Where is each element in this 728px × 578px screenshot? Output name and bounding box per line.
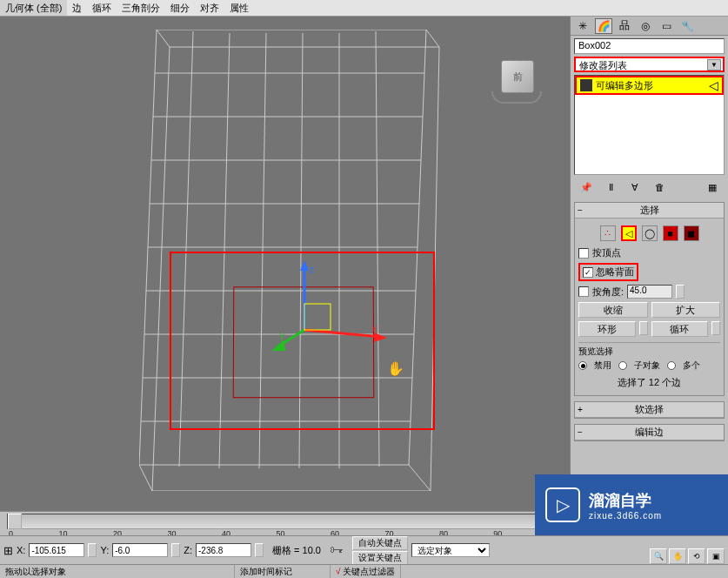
modifier-expand-icon[interactable]: ◁: [709, 78, 718, 92]
preview-off-label: 禁用: [594, 360, 611, 372]
key-target-dropdown[interactable]: 选定对象: [411, 543, 490, 557]
z-spinner[interactable]: [255, 543, 264, 557]
hierarchy-tab-icon[interactable]: 品: [616, 18, 633, 34]
preview-selection-label: 预览选择: [578, 346, 720, 358]
rollout-softsel-title: 软选择: [635, 403, 664, 416]
svg-line-17: [304, 330, 381, 337]
by-vertex-checkbox[interactable]: [578, 248, 589, 259]
rollout-soft-selection-header[interactable]: + 软选择: [575, 402, 724, 418]
modify-tab-icon[interactable]: 🌈: [595, 18, 612, 34]
viewport[interactable]: z x y ✋ 前: [0, 17, 570, 511]
selection-status: 选择了 12 个边: [578, 373, 720, 392]
rollout-selection: − 选择 ∴ ◁ ◯ ■ ◼ 按顶点 ✓ 忽略背面: [574, 202, 725, 396]
subobject-level-row: ∴ ◁ ◯ ■ ◼: [578, 222, 720, 245]
svg-line-5: [376, 31, 379, 467]
loop-spinner[interactable]: [711, 321, 720, 335]
menu-align[interactable]: 对齐: [195, 0, 224, 16]
z-coord-input[interactable]: [196, 543, 251, 557]
key-filters-label[interactable]: √ 关键点过滤器: [331, 565, 401, 578]
edge-level-button[interactable]: ◁: [621, 225, 637, 241]
command-panel-tabs: ✳ 🌈 品 ◎ ▭ 🔧: [571, 17, 728, 36]
svg-line-0: [179, 31, 193, 467]
menu-edge[interactable]: 边: [67, 0, 87, 16]
ignore-backfacing-checkbox[interactable]: ✓: [583, 267, 593, 278]
watermark-url: zixue.3d66.com: [589, 511, 662, 521]
object-name-field[interactable]: Box002: [574, 38, 725, 54]
svg-text:y: y: [280, 331, 284, 340]
menu-loop[interactable]: 循环: [87, 0, 117, 16]
viewcube-face-label: 前: [513, 71, 523, 84]
timeline-slider[interactable]: [8, 514, 22, 529]
key-lock-icon[interactable]: 🗝: [330, 542, 344, 558]
remove-modifier-icon[interactable]: 🗑: [651, 179, 668, 195]
angle-spinner-buttons[interactable]: [676, 285, 685, 299]
angle-spinner[interactable]: 45.0: [627, 285, 672, 299]
auto-key-button[interactable]: 自动关键点: [352, 536, 408, 550]
menu-properties[interactable]: 属性: [224, 0, 254, 16]
border-level-button[interactable]: ◯: [642, 225, 658, 241]
motion-tab-icon[interactable]: ◎: [637, 18, 654, 34]
nav-orbit-icon[interactable]: ⟲: [688, 548, 705, 564]
ring-button[interactable]: 环形: [578, 321, 636, 337]
vertex-level-button[interactable]: ∴: [600, 225, 616, 241]
x-coord-input[interactable]: [29, 543, 84, 557]
y-spinner[interactable]: [171, 543, 180, 557]
pin-stack-icon[interactable]: 📌: [578, 179, 595, 195]
modifier-stack[interactable]: 可编辑多边形 ◁: [574, 75, 725, 175]
ignore-backfacing-label: 忽略背面: [596, 265, 634, 279]
preview-subobj-radio[interactable]: [618, 361, 627, 370]
playback-controls: 🔍 ✋ ⟲ ▣: [650, 548, 725, 564]
preview-subobj-label: 子对象: [634, 360, 660, 372]
status-bar: 拖动以选择对象 添加时间标记 √ 关键点过滤器: [0, 564, 728, 578]
by-angle-label: 按角度:: [592, 286, 624, 299]
timeline-track[interactable]: [7, 514, 563, 529]
show-end-result-icon[interactable]: Ⅱ: [602, 179, 619, 195]
menu-geometry[interactable]: 几何体 (全部): [0, 0, 67, 16]
display-tab-icon[interactable]: ▭: [658, 18, 675, 34]
modifier-list-dropdown[interactable]: 修改器列表: [574, 57, 725, 72]
by-angle-checkbox[interactable]: [578, 286, 589, 297]
preview-off-radio[interactable]: [578, 361, 587, 370]
polygon-level-button[interactable]: ■: [663, 225, 678, 241]
nav-zoom-icon[interactable]: 🔍: [650, 548, 667, 564]
rollout-selection-title: 选择: [640, 204, 659, 217]
nav-pan-icon[interactable]: ✋: [669, 548, 686, 564]
set-key-button[interactable]: 设置关键点: [352, 551, 408, 565]
pan-cursor-icon: ✋: [387, 360, 404, 377]
add-time-tag[interactable]: 添加时间标记: [235, 565, 331, 578]
nav-max-icon[interactable]: ▣: [707, 548, 725, 564]
configure-stack-icon[interactable]: ▦: [704, 179, 721, 195]
shrink-button[interactable]: 收缩: [578, 302, 648, 318]
element-level-button[interactable]: ◼: [684, 225, 699, 241]
rollout-selection-header[interactable]: − 选择: [575, 203, 724, 218]
axis-lock-icon[interactable]: ⊞: [3, 544, 13, 557]
rollout-edit-edges-header[interactable]: − 编辑边: [575, 425, 724, 440]
y-coord-input[interactable]: [112, 543, 168, 557]
modifier-editable-poly[interactable]: 可编辑多边形 ◁: [575, 76, 724, 95]
preview-multi-radio[interactable]: [667, 361, 676, 370]
svg-marker-20: [271, 340, 285, 351]
move-gizmo[interactable]: z x y: [270, 260, 391, 356]
modifier-stack-toolbar: 📌 Ⅱ ∀ 🗑 ▦: [574, 178, 725, 197]
svg-line-2: [259, 33, 266, 468]
svg-line-1: [219, 33, 230, 468]
utilities-tab-icon[interactable]: 🔧: [678, 18, 696, 34]
loop-button[interactable]: 循环: [651, 321, 709, 337]
watermark-banner: ▷ 溜溜自学 zixue.3d66.com: [535, 474, 728, 535]
svg-marker-16: [300, 260, 309, 271]
viewcube[interactable]: 前: [491, 60, 544, 112]
create-tab-icon[interactable]: ✳: [574, 18, 591, 34]
make-unique-icon[interactable]: ∀: [626, 179, 644, 195]
timeline[interactable]: 01020 304050 607080 90100: [0, 511, 570, 535]
menu-triangulate[interactable]: 三角剖分: [117, 0, 165, 16]
svg-rect-21: [304, 304, 331, 330]
status-hint: 拖动以选择对象: [0, 565, 235, 578]
menu-subdivide[interactable]: 细分: [165, 0, 195, 16]
annotation-ignore-backfacing: ✓ 忽略背面: [578, 263, 638, 281]
x-spinner[interactable]: [88, 543, 97, 557]
ring-spinner[interactable]: [639, 321, 648, 335]
z-label: Z:: [184, 545, 192, 555]
command-panel: ✳ 🌈 品 ◎ ▭ 🔧 Box002 修改器列表 可编辑多边形 ◁ 📌 Ⅱ ∀ …: [570, 17, 728, 511]
rollout-soft-selection: + 软选择: [574, 401, 725, 419]
grow-button[interactable]: 扩大: [651, 302, 721, 318]
